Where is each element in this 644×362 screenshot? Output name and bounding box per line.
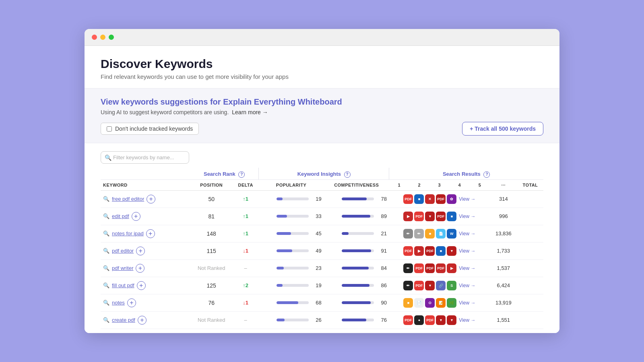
view-results-link[interactable]: View →: [459, 231, 475, 237]
keyword-link[interactable]: create pdf: [112, 317, 135, 323]
title-bar: [85, 29, 559, 46]
keyword-link[interactable]: edit pdf: [112, 213, 129, 219]
col-pos1: 1: [389, 179, 409, 190]
view-results-link[interactable]: View →: [459, 265, 475, 271]
kw-cell: 🔍 create pdf +: [101, 311, 190, 329]
not-ranked-label: Not Ranked: [198, 265, 225, 271]
position-value: 115: [207, 248, 216, 254]
add-keyword-button[interactable]: +: [138, 316, 147, 325]
col-competitiveness: COMPETITIVENESS: [324, 179, 389, 190]
view-results-link[interactable]: View →: [459, 196, 475, 202]
close-icon[interactable]: [92, 35, 97, 40]
keyword-link[interactable]: fill out pdf: [112, 282, 134, 288]
delta-cell: ↑1: [233, 225, 258, 242]
filter-keywords-input[interactable]: [101, 151, 189, 164]
competitiveness-bar-bg: [342, 319, 374, 321]
app-icon-1: ✏: [403, 229, 413, 239]
minimize-icon[interactable]: [100, 35, 105, 40]
add-keyword-button[interactable]: +: [137, 281, 146, 290]
keyword-insights-help-icon[interactable]: ?: [344, 171, 351, 178]
app-name-highlight: Explain Everything Whiteboard: [223, 97, 342, 106]
competitiveness-bar-fill: [342, 197, 367, 200]
competitiveness-bar-fill: [342, 319, 366, 321]
view-results-link[interactable]: View →: [459, 317, 475, 323]
competitiveness-cell: 21: [324, 225, 389, 242]
competitiveness-cell: 84: [324, 259, 389, 277]
exclude-tracked-checkbox[interactable]: [107, 126, 112, 132]
exclude-tracked-label: Don't include tracked keywords: [115, 125, 193, 132]
position-cell: 76: [190, 294, 233, 311]
col-pos4: 4: [450, 179, 470, 190]
keyword-link[interactable]: pdf writer: [112, 265, 133, 271]
position-cell: 115: [190, 242, 233, 259]
maximize-icon[interactable]: [109, 35, 114, 40]
app-icon-3: PDF: [425, 246, 435, 256]
view-results-link[interactable]: View →: [459, 300, 475, 306]
add-keyword-button[interactable]: +: [132, 212, 140, 221]
view-results-link[interactable]: View →: [459, 214, 475, 219]
col-pos2: 2: [409, 179, 429, 190]
app-icon-4: PDF: [436, 194, 446, 204]
add-keyword-button[interactable]: +: [147, 195, 155, 204]
add-keyword-button[interactable]: +: [146, 229, 155, 238]
learn-more-link[interactable]: Learn more →: [232, 109, 268, 115]
app-icon-2: 📄: [414, 298, 424, 308]
table-row: 🔍 free pdf editor + 50↑1 19 78 PDF■✕PDF✿…: [101, 190, 543, 208]
app-icon-5: S: [447, 281, 456, 290]
app-icon-5: ▼: [447, 315, 456, 325]
popularity-value: 19: [312, 196, 322, 202]
total-value: 996: [499, 213, 508, 219]
app-icon-5: ■: [447, 212, 456, 221]
app-icon-1: ✏: [403, 263, 413, 273]
popularity-cell: 19: [258, 277, 324, 294]
competitiveness-cell: 76: [324, 311, 389, 329]
keyword-link[interactable]: notes: [112, 300, 125, 306]
search-results-apps-cell: PDF■✕PDF✿View →: [389, 190, 490, 208]
popularity-value: 33: [312, 213, 322, 219]
total-value: 13,919: [495, 300, 512, 306]
page-subtitle: Find relevant keywords you can use to ge…: [101, 73, 543, 80]
suggestions-subtitle: Using AI to suggest keyword competitors …: [101, 109, 543, 115]
view-results-link[interactable]: View →: [459, 248, 475, 254]
add-keyword-button[interactable]: +: [136, 264, 144, 273]
popularity-cell: 26: [258, 311, 324, 329]
delta-cell: –: [233, 311, 258, 329]
track-all-button[interactable]: + Track all 500 keywords: [462, 122, 543, 136]
app-icon-5: 🌿: [447, 298, 456, 308]
kw-cell: 🔍 pdf editor +: [101, 242, 190, 259]
col-position: POSITION: [190, 179, 233, 190]
view-results-link[interactable]: View →: [459, 283, 475, 288]
competitiveness-bar-bg: [342, 232, 374, 235]
app-icon-3: ▼: [425, 281, 435, 290]
col-dots: ···: [490, 179, 517, 190]
app-icon-4: 📄: [436, 229, 446, 239]
search-results-apps-cell: ✏PDF▼🔗SView →: [389, 277, 490, 294]
keyword-link[interactable]: notes for ipad: [112, 230, 144, 237]
search-rank-help-icon[interactable]: ?: [238, 171, 245, 178]
delta-cell: ↑2: [233, 277, 258, 294]
keyword-link[interactable]: free pdf editor: [112, 196, 144, 202]
add-keyword-button[interactable]: +: [136, 247, 145, 255]
competitiveness-bar-fill: [342, 232, 349, 235]
search-results-help-icon[interactable]: ?: [483, 171, 490, 178]
popularity-bar-bg: [277, 197, 309, 200]
add-keyword-button[interactable]: +: [127, 298, 136, 307]
app-icon-3: PDF: [425, 263, 435, 273]
competitiveness-bar-fill: [342, 301, 371, 304]
kw-search-icon: 🔍: [103, 196, 109, 202]
keyword-link[interactable]: pdf editor: [112, 248, 134, 254]
exclude-tracked-checkbox-label[interactable]: Don't include tracked keywords: [101, 123, 199, 135]
col-keyword: KEYWORD: [101, 179, 190, 190]
table-row: 🔍 fill out pdf + 125↑2 19 86 ✏PDF▼🔗SView…: [101, 277, 543, 294]
search-results-apps-cell: ■📄O📝🌿View →: [389, 294, 490, 311]
position-value: 125: [207, 282, 216, 289]
popularity-bar-fill: [277, 249, 292, 252]
competitiveness-bar-bg: [342, 301, 374, 304]
competitiveness-cell: 90: [324, 294, 389, 311]
competitiveness-cell: 86: [324, 277, 389, 294]
competitiveness-cell: 89: [324, 208, 389, 225]
total-cell: 13,836: [490, 225, 517, 242]
kw-search-icon: 🔍: [103, 317, 109, 323]
search-results-apps-cell: ▶PDF▼PDF■View →: [389, 208, 490, 225]
kw-search-icon: 🔍: [103, 248, 109, 254]
